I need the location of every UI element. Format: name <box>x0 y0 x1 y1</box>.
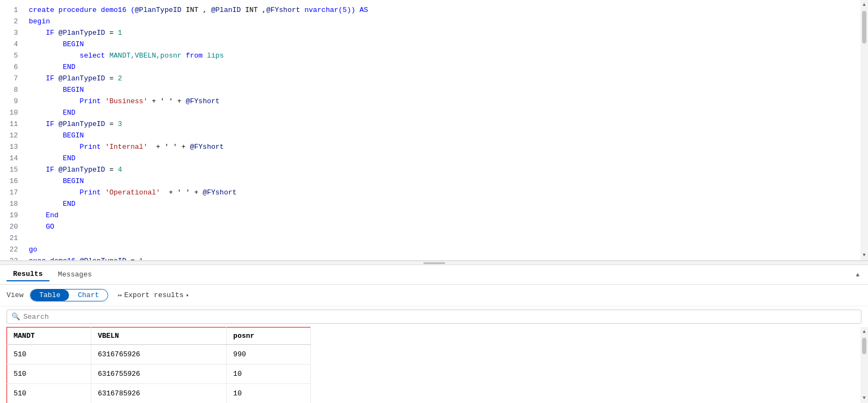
code-line <box>29 232 868 244</box>
results-collapse-arrow[interactable]: ▲ <box>854 271 861 279</box>
search-icon: 🔍 <box>11 312 20 321</box>
results-scroll-thumb[interactable] <box>862 338 866 354</box>
search-input[interactable] <box>23 313 857 321</box>
code-line: go <box>29 244 868 255</box>
code-line: IF @PlanTypeID = 3 <box>29 118 868 130</box>
code-line: BEGIN <box>29 84 868 96</box>
export-results-button[interactable]: ↦ Export results ▾ <box>113 289 194 301</box>
results-panel: Results Messages ▲ View Table Chart ↦ Ex… <box>0 265 868 403</box>
tab-messages[interactable]: Messages <box>52 268 98 281</box>
table-row[interactable]: 510631678592610 <box>7 384 311 404</box>
scroll-up-arrow[interactable]: ▲ <box>860 1 868 9</box>
table-header-mandt: MANDT <box>7 328 91 345</box>
search-row: 🔍 <box>0 306 868 327</box>
table-cell: 990 <box>227 345 311 364</box>
table-row[interactable]: 510631675592610 <box>7 364 311 384</box>
code-scroll-thumb[interactable] <box>862 11 866 43</box>
table-cell: 510 <box>7 364 91 384</box>
tab-results[interactable]: Results <box>7 268 49 281</box>
code-line: END <box>29 198 868 210</box>
code-line: exec demo16 @PlanTypeID = 1, <box>29 255 868 260</box>
results-table-container: MANDTVBELNposnr 510631676592699051063167… <box>0 327 868 403</box>
table-header-posnr: posnr <box>227 328 311 345</box>
code-line: END <box>29 107 868 118</box>
code-line: End <box>29 210 868 221</box>
code-line: END <box>29 153 868 164</box>
code-line: create procedure demo16 (@PlanTypeID INT… <box>29 4 868 16</box>
table-view-button[interactable]: Table <box>30 289 69 301</box>
table-cell: 510 <box>7 345 91 364</box>
main-container: 1234567891011121314151617181920212223242… <box>0 0 868 403</box>
scroll-down-arrow[interactable]: ▼ <box>860 251 868 259</box>
code-line: BEGIN <box>29 130 868 141</box>
results-table: MANDTVBELNposnr 510631676592699051063167… <box>7 327 311 403</box>
code-scrollbar[interactable]: ▲ ▼ <box>860 0 868 260</box>
table-cell: 10 <box>227 384 311 404</box>
results-scrollbar[interactable]: ▲ ▼ <box>860 327 868 403</box>
code-line: END <box>29 61 868 73</box>
chart-view-button[interactable]: Chart <box>69 289 108 301</box>
results-scroll-down[interactable]: ▼ <box>860 394 868 402</box>
code-line: IF @PlanTypeID = 1 <box>29 27 868 39</box>
export-dropdown-icon: ▾ <box>186 292 189 299</box>
code-line: Print 'Operational' + ' ' + @FYshort <box>29 187 868 198</box>
table-cell: 510 <box>7 384 91 404</box>
code-line: IF @PlanTypeID = 4 <box>29 164 868 175</box>
code-content[interactable]: create procedure demo16 (@PlanTypeID INT… <box>24 0 868 260</box>
code-line: Print 'Internal' + ' ' + @FYshort <box>29 141 868 153</box>
code-line: IF @PlanTypeID = 2 <box>29 73 868 84</box>
view-toggle-group: Table Chart <box>30 289 108 301</box>
results-scroll-up[interactable]: ▲ <box>860 328 868 336</box>
export-icon: ↦ <box>118 291 122 299</box>
search-box: 🔍 <box>7 310 861 324</box>
table-header-vbeln: VBELN <box>91 328 226 345</box>
table-row[interactable]: 5106316765926990 <box>7 345 311 364</box>
code-line: GO <box>29 221 868 232</box>
results-tabs-row: Results Messages ▲ <box>0 265 868 285</box>
table-cell: 6316755926 <box>91 364 226 384</box>
view-label: View <box>7 291 23 299</box>
export-label: Export results <box>124 291 183 299</box>
code-line: select MANDT,VBELN,posnr from lips <box>29 50 868 61</box>
code-line: begin <box>29 16 868 27</box>
divider-handle <box>423 262 445 264</box>
code-line: Print 'Business' + ' ' + @FYshort <box>29 96 868 107</box>
code-area-wrapper: create procedure demo16 (@PlanTypeID INT… <box>24 0 868 260</box>
table-cell: 6316785926 <box>91 384 226 404</box>
panel-divider[interactable] <box>0 261 868 265</box>
table-cell: 10 <box>227 364 311 384</box>
view-controls-row: View Table Chart ↦ Export results ▾ <box>0 285 868 306</box>
code-line: BEGIN <box>29 39 868 50</box>
code-line: BEGIN <box>29 175 868 187</box>
table-cell: 6316765926 <box>91 345 226 364</box>
code-editor: 1234567891011121314151617181920212223242… <box>0 0 868 261</box>
line-numbers: 1234567891011121314151617181920212223242… <box>0 0 24 260</box>
